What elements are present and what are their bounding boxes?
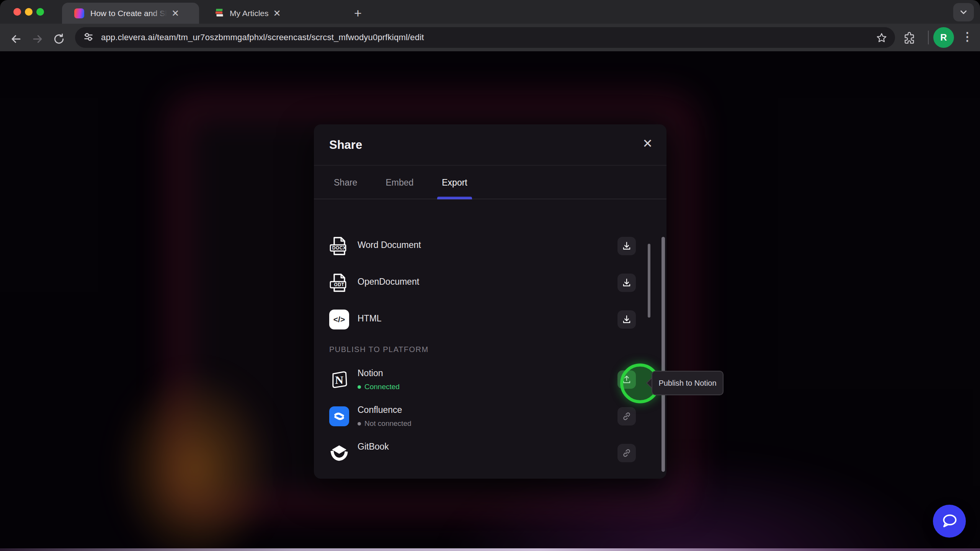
list-scrollbar-thumb[interactable] (648, 244, 650, 318)
platform-name: GitBook (358, 442, 389, 452)
forward-button[interactable] (30, 31, 45, 47)
platform-status: Connected (358, 383, 400, 391)
tab-close-icon[interactable]: ✕ (273, 9, 281, 18)
new-tab-button[interactable]: + (351, 6, 365, 21)
toolbar-divider (928, 31, 929, 44)
modal-title: Share (329, 138, 362, 152)
tab-title: How to Create and Share a Si (90, 9, 167, 18)
modal-close-icon[interactable]: ✕ (642, 137, 653, 150)
chat-bubble-button[interactable] (933, 505, 966, 538)
connect-confluence-button[interactable] (617, 407, 636, 425)
bookmark-star-icon[interactable] (876, 32, 887, 45)
tooltip: Publish to Notion (652, 371, 724, 395)
tab-title: My Articles (230, 9, 269, 18)
publish-section-heading: PUBLISH TO PLATFORM (329, 342, 429, 357)
format-label: HTML (358, 313, 382, 324)
download-docx-button[interactable] (617, 237, 636, 255)
traffic-light-minimize[interactable] (25, 8, 33, 16)
tab-export[interactable]: Export (437, 166, 472, 199)
odt-file-icon: ODT (329, 273, 349, 293)
extensions-puzzle-icon[interactable] (903, 31, 916, 47)
url-text[interactable]: app.clevera.ai/team/tm_ur7oszbmmgafphxl/… (101, 33, 424, 42)
format-label: Word Document (358, 240, 421, 250)
format-label: OpenDocument (358, 277, 419, 287)
chevron-down-icon (959, 7, 969, 17)
reload-button[interactable] (51, 31, 67, 47)
platform-status: Not connected (358, 419, 412, 428)
platform-name: Confluence (358, 405, 402, 415)
download-icon (622, 241, 632, 251)
download-icon (622, 315, 632, 324)
connect-gitbook-button[interactable] (617, 444, 636, 462)
tab-strip: How to Create and Share a Si ✕ My Articl… (0, 0, 980, 24)
bottom-edge-strip (0, 548, 980, 551)
status-dot (358, 422, 361, 425)
modal-scrollbar-thumb[interactable] (662, 237, 665, 472)
html-code-icon: </> (329, 310, 349, 329)
platform-row-confluence: Confluence Not connected (314, 398, 666, 435)
odt-badge: ODT (330, 282, 348, 288)
browser-menu-icon[interactable]: ⋮ (962, 30, 973, 43)
tab-embed[interactable]: Embed (381, 166, 418, 199)
link-icon (622, 411, 632, 421)
download-html-button[interactable] (617, 310, 636, 329)
platform-name: Notion (358, 368, 383, 378)
tab-search-button[interactable] (953, 3, 974, 21)
traffic-light-maximize[interactable] (36, 8, 44, 16)
download-odt-button[interactable] (617, 274, 636, 292)
chat-icon (939, 511, 959, 531)
tab-inactive[interactable]: My Articles ✕ (207, 3, 348, 24)
gradient-blob-favicon-icon (74, 8, 84, 18)
link-icon (622, 448, 632, 458)
gitbook-logo-icon (329, 443, 349, 463)
site-controls-icon[interactable] (83, 31, 94, 44)
share-modal: Share ✕ Share Embed Export DOCX (314, 124, 666, 479)
export-row-html: </> HTML (314, 301, 666, 338)
notion-logo-icon: N (329, 370, 349, 390)
export-row-odt: ODT OpenDocument (314, 264, 666, 301)
tab-close-icon[interactable]: ✕ (172, 9, 179, 18)
modal-tab-bar: Share Embed Export (329, 166, 472, 199)
page-background: Share ✕ Share Embed Export DOCX (0, 51, 980, 551)
confluence-logo-icon (329, 406, 349, 426)
profile-avatar[interactable]: R (933, 27, 954, 48)
export-row-word: DOCX Word Document (314, 228, 666, 264)
back-button[interactable] (8, 31, 24, 47)
platform-row-notion: N Notion Connected (314, 361, 666, 398)
platform-row-gitbook: GitBook (314, 435, 666, 471)
tab-share[interactable]: Share (329, 166, 362, 199)
status-dot (358, 385, 361, 389)
docx-file-icon: DOCX (329, 236, 349, 256)
browser-window: How to Create and Share a Si ✕ My Articl… (0, 0, 980, 551)
docx-badge: DOCX (330, 245, 348, 251)
traffic-light-close[interactable] (13, 8, 21, 16)
modal-header: Share ✕ (314, 124, 666, 166)
tabs-divider (314, 199, 666, 199)
address-bar[interactable]: app.clevera.ai/team/tm_ur7oszbmmgafphxl/… (75, 27, 895, 48)
books-favicon-icon (214, 7, 224, 20)
tab-active[interactable]: How to Create and Share a Si ✕ (62, 3, 199, 24)
download-icon (622, 278, 632, 288)
